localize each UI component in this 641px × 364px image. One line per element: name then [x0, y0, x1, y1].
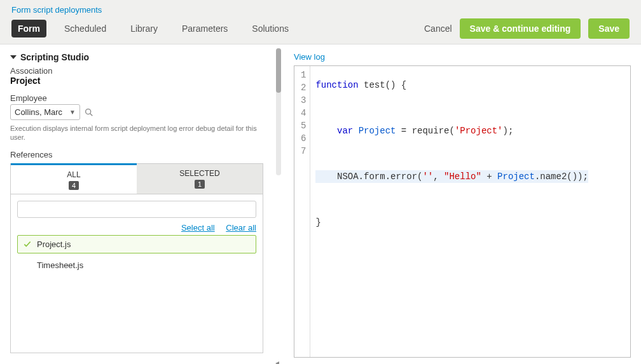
references-tab-all-label: ALL	[11, 170, 137, 179]
reference-item-label: Timesheet.js	[37, 260, 83, 270]
tab-solutions[interactable]: Solutions	[245, 20, 295, 37]
pane-splitter[interactable]: ◂	[273, 44, 284, 364]
view-log-link[interactable]: View log	[294, 52, 325, 62]
section-title[interactable]: Scripting Studio	[10, 52, 263, 62]
references-tab-selected-count: 1	[195, 180, 205, 189]
employee-select[interactable]: Collins, Marc ▼	[10, 104, 80, 120]
reference-item-project[interactable]: Project.js	[17, 235, 256, 253]
main-tabs: Form Scheduled Library Parameters Soluti…	[11, 18, 630, 44]
tab-library[interactable]: Library	[124, 20, 164, 37]
reference-item-label: Project.js	[37, 239, 71, 249]
clear-all-link[interactable]: Clear all	[226, 223, 256, 233]
employee-hint: Execution displays internal form script …	[10, 124, 263, 142]
association-value: Project	[10, 76, 263, 86]
code-content[interactable]: function test() { var Project = require(…	[310, 66, 593, 357]
tab-scheduled[interactable]: Scheduled	[58, 20, 113, 37]
splitter-handle-icon[interactable]: ◂	[275, 358, 282, 364]
reference-item-timesheet[interactable]: Timesheet.js	[17, 256, 256, 274]
association-label: Association	[10, 66, 263, 76]
references-tab-all[interactable]: ALL 4	[11, 163, 137, 194]
svg-line-1	[90, 113, 93, 116]
tab-form[interactable]: Form	[11, 20, 46, 37]
references-label: References	[10, 150, 263, 159]
references-filter-input[interactable]	[17, 201, 256, 218]
chevron-down-icon: ▼	[69, 109, 76, 116]
tab-parameters[interactable]: Parameters	[176, 20, 234, 37]
svg-point-0	[86, 109, 91, 114]
references-tab-all-count: 4	[69, 181, 79, 190]
references-tabs: ALL 4 SELECTED 1	[10, 163, 263, 194]
references-body: Select all Clear all Project.js Timeshee…	[10, 194, 263, 353]
code-gutter: 1234567	[294, 66, 310, 357]
code-editor[interactable]: 1234567 function test() { var Project = …	[294, 65, 631, 358]
select-all-link[interactable]: Select all	[181, 223, 215, 233]
employee-select-value: Collins, Marc	[15, 107, 62, 117]
save-button[interactable]: Save	[588, 18, 630, 39]
search-icon[interactable]	[84, 107, 94, 118]
breadcrumb[interactable]: Form script deployments	[11, 5, 630, 15]
cancel-button[interactable]: Cancel	[424, 24, 452, 34]
employee-label: Employee	[10, 93, 263, 103]
check-icon	[23, 239, 32, 248]
references-tab-selected[interactable]: SELECTED 1	[137, 164, 263, 194]
references-tab-selected-label: SELECTED	[137, 169, 263, 178]
save-continue-button[interactable]: Save & continue editing	[460, 18, 581, 39]
scrollbar-thumb[interactable]	[276, 48, 281, 93]
section-title-label: Scripting Studio	[20, 52, 89, 62]
